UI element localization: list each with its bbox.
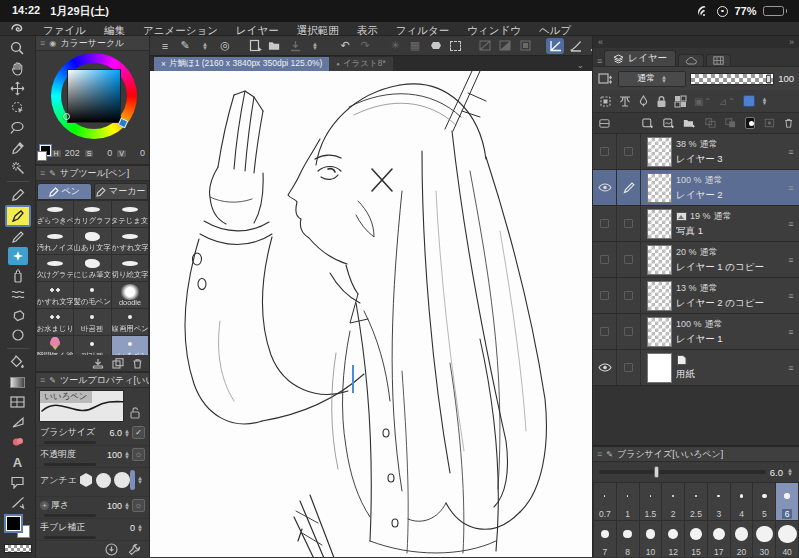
menu-item-5[interactable]: 表示 (348, 24, 387, 36)
edit-target-checkbox[interactable] (624, 219, 633, 228)
figure-tool-icon[interactable] (5, 325, 31, 345)
subtool-17[interactable]: いいろペン (112, 336, 148, 355)
aa-none-button[interactable] (79, 473, 93, 487)
subtool-15[interactable]: 隙間無く塗 (37, 336, 73, 355)
close-tab-icon[interactable]: × (161, 59, 166, 69)
brush-size-40[interactable]: 40 (776, 521, 798, 557)
tab-tone[interactable] (706, 54, 731, 66)
new-folder-icon[interactable] (683, 117, 696, 129)
wrench-settings-icon[interactable] (128, 543, 141, 556)
eye-hidden-checkbox[interactable] (600, 327, 609, 336)
transparent-color-chip[interactable] (4, 544, 32, 553)
brush-size-6[interactable]: 6 (776, 483, 798, 520)
subtool-8[interactable]: 切り絵文字 (112, 255, 148, 281)
layer-thumbnail[interactable] (647, 173, 672, 203)
subtool-11[interactable]: doodle (112, 282, 148, 308)
move-tool-icon[interactable] (5, 78, 31, 98)
delete-subtool-icon[interactable] (132, 358, 143, 369)
subtool-4[interactable]: 山あり文字 (74, 228, 110, 254)
clip-studio-logo-icon[interactable] (10, 23, 26, 34)
layer-thumbnail[interactable] (647, 209, 672, 239)
eye-hidden-checkbox[interactable] (600, 291, 609, 300)
subtool-0[interactable]: ざらつきペ (37, 201, 73, 227)
menu-item-4[interactable]: 選択範囲 (288, 24, 348, 36)
import-subtool-icon[interactable] (92, 358, 104, 369)
edit-target-checkbox[interactable] (624, 291, 633, 300)
brush-size-15[interactable]: 15 (685, 521, 707, 557)
clip-to-layer-icon[interactable] (599, 95, 612, 108)
layer-thumbnail[interactable] (647, 353, 672, 383)
subtool-6[interactable]: 欠けグラデ (37, 255, 73, 281)
subtool-tab-0[interactable]: ペン (37, 183, 92, 200)
layer-row-menu-icon[interactable]: ≡ (783, 278, 799, 313)
document-tab-inactive[interactable]: ● イラスト8* (329, 57, 392, 71)
fg-bg-swatches[interactable] (40, 145, 47, 161)
saturation-value-box[interactable] (67, 69, 121, 123)
brush-size-2[interactable]: 2 (662, 483, 684, 520)
lock-layer-icon[interactable] (656, 95, 667, 108)
subtool-3[interactable]: 汚れノイズ (37, 228, 73, 254)
select-area-icon[interactable] (446, 38, 464, 54)
object-tool-icon[interactable] (5, 98, 31, 118)
layer-row-menu-icon[interactable]: ≡ (783, 170, 799, 205)
param-dynamics-toggle[interactable]: ◌ (132, 499, 145, 512)
param-dynamics-toggle[interactable]: ✓ (132, 426, 145, 439)
reference-layer-icon[interactable] (619, 95, 631, 108)
crop-disabled-icon[interactable] (476, 38, 494, 54)
blend-tool-icon[interactable] (5, 285, 31, 305)
layer-row-menu-icon[interactable]: ≡ (783, 206, 799, 241)
polyline-tool-icon[interactable] (5, 412, 31, 432)
subtool-14[interactable]: 線画用ペン (112, 309, 148, 335)
aa-middle-button[interactable] (114, 472, 130, 488)
panel-grip-icon[interactable]: ≡ (40, 168, 45, 178)
edit-quick-access-icon[interactable]: ✎ (176, 38, 194, 54)
layer-row-3[interactable]: 20 %通常レイヤー 1 のコピー≡ (593, 242, 799, 278)
subtool-13[interactable]: 바곰펜 (74, 309, 110, 335)
delete-layer-icon[interactable] (784, 117, 793, 129)
menu-item-0[interactable]: ファイル (34, 24, 95, 36)
edit-target-checkbox[interactable] (624, 147, 633, 156)
brush-size-4[interactable]: 4 (731, 483, 753, 520)
brush-size-1[interactable]: 1 (617, 483, 639, 520)
new-raster-layer-icon[interactable] (642, 117, 654, 130)
subtool-16[interactable]: 제리펜 (74, 336, 110, 355)
collapse-right-icon[interactable]: » (789, 37, 794, 47)
edit-target-checkbox[interactable] (624, 327, 633, 336)
canvas[interactable] (150, 71, 592, 557)
unlock-icon[interactable] (130, 407, 140, 419)
subtool-10[interactable]: 髪の毛ペン (74, 282, 110, 308)
pencil-tool-icon[interactable] (5, 227, 31, 247)
new-file-icon[interactable] (246, 38, 264, 54)
brush-size-12[interactable]: 12 (662, 521, 684, 557)
panel-grip-icon[interactable]: ≡ (597, 449, 602, 459)
panel-grip-icon[interactable]: ≡ (40, 38, 45, 48)
collapse-stepper-icon[interactable]: ▲▼ (196, 38, 214, 54)
layer-thumbnail[interactable] (647, 245, 672, 275)
restore-defaults-icon[interactable] (105, 543, 118, 556)
param-stepper[interactable]: ▲▼ (137, 524, 143, 532)
fill-tool-icon[interactable] (5, 352, 31, 372)
layer-thumbnail[interactable] (647, 137, 672, 167)
snap-special-ruler-icon[interactable] (566, 38, 584, 54)
decoration-tool-icon[interactable] (8, 247, 28, 265)
menu-item-2[interactable]: アニメーション (134, 24, 227, 36)
split-view-icon[interactable] (599, 118, 610, 129)
clip-studio-home-icon[interactable]: ◎ (216, 38, 234, 54)
blend-mode-select[interactable]: 通常 ▲▼ (618, 71, 686, 87)
eye-hidden-checkbox[interactable] (600, 147, 609, 156)
collapse-left-icon[interactable]: « (598, 37, 603, 47)
eye-hidden-checkbox[interactable] (600, 219, 609, 228)
pen-tool-icon[interactable] (5, 185, 31, 205)
aa-weak-button[interactable] (96, 473, 111, 488)
new-vector-layer-icon[interactable] (663, 117, 675, 130)
menu-item-1[interactable]: 編集 (95, 24, 134, 36)
eraser-tool-icon[interactable] (5, 305, 31, 325)
balloon-tool-icon[interactable] (5, 472, 31, 492)
redo-icon[interactable]: ↷ (356, 38, 374, 54)
processing-icon[interactable]: ✳ (386, 38, 404, 54)
menu-item-6[interactable]: フィルター (387, 24, 458, 36)
subtool-tab-1[interactable]: マーカー (94, 183, 149, 200)
layer-row-2[interactable]: 19 %通常写真 1≡ (593, 206, 799, 242)
undo-icon[interactable]: ↶ (336, 38, 354, 54)
lock-transparent-icon[interactable] (674, 95, 687, 108)
